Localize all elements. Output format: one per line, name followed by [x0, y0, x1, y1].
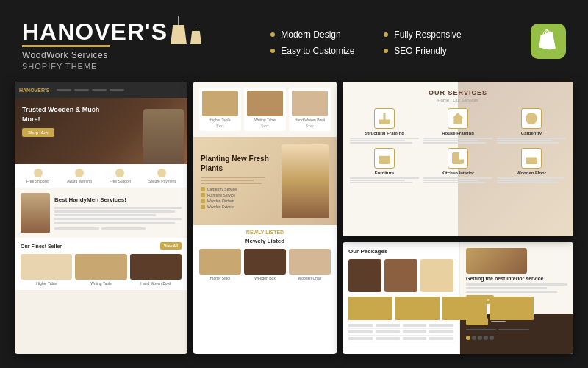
nav-link: [92, 89, 107, 91]
s1-products-section: Our Finest Seller View All Higher Table …: [15, 238, 187, 290]
dot-inactive: [472, 336, 476, 340]
screen-preview-3[interactable]: OUR SERVICES Home / Our Services Structu…: [343, 82, 573, 236]
table-row: [348, 329, 453, 336]
package-image-1: [348, 259, 381, 292]
award-icon: [75, 169, 84, 177]
product-thumbnail: [292, 91, 328, 116]
furniture-icon: [374, 148, 395, 169]
s2-product-card: Higher Table $xxx: [199, 88, 241, 131]
s2-newly-section: NEWLY LISTED Newely Listed Higher Stool …: [193, 225, 337, 285]
s4-packages-title: Our Packages: [348, 248, 453, 255]
s4-pricing-table: [348, 295, 453, 342]
s1-product-1: Higher Table: [21, 254, 72, 286]
nav-link: [57, 89, 71, 91]
s2-carpenter-image: [282, 144, 329, 218]
features-section: Modern Design Easy to Customize Fully Re…: [201, 16, 531, 56]
features-col-2: Fully Responsive SEO Friendly: [384, 29, 461, 56]
s1-products-title: Our Finest Seller View All: [21, 242, 182, 250]
checkbox-furniture: Furniture Service: [201, 193, 282, 197]
checkbox-exterior: Wooden Exterior: [201, 205, 282, 209]
feature-seo-friendly: SEO Friendly: [384, 46, 461, 56]
s2-product-card: Writing Table $xxx: [244, 88, 286, 131]
s3-services-title: OUR SERVICES: [350, 89, 566, 96]
feature-easy-customize: Easy to Customize: [270, 46, 354, 56]
feature-modern-design: Modern Design: [270, 29, 354, 40]
s2-hero-desc-lines: [201, 177, 282, 184]
support-icon: [115, 169, 124, 177]
s3-services-grid: Structural Framing House Framing: [350, 108, 566, 183]
brand-section: HANOVER'S WoodWork Services SHOPIFY THEM…: [22, 16, 201, 71]
s4-interior-title: Getting the best interior service.: [466, 276, 567, 281]
s1-hero-person-image: [143, 109, 184, 164]
s1-section-title: Best HandyMen Services!: [54, 197, 182, 204]
s1-text-lines: [54, 207, 182, 230]
right-screens: OUR SERVICES Home / Our Services Structu…: [343, 82, 573, 354]
s2-new-product-1: Higher Stool: [199, 249, 241, 280]
brand-title: HANOVER'S: [22, 20, 168, 43]
s4-desc-lines: [466, 283, 567, 293]
s3-breadcrumb: Home / Our Services: [350, 98, 566, 102]
badge-payment: Secure Payment: [148, 169, 176, 183]
checkbox-icon: [201, 187, 205, 191]
checkbox-icon: [201, 199, 205, 203]
s1-products-row: Higher Table Writing Table Hand Woven Bo…: [21, 254, 182, 286]
new-product-thumbnail: [244, 249, 286, 275]
table-row: [348, 322, 453, 329]
screen-preview-2[interactable]: Higher Table $xxx Writing Table $xxx Han…: [193, 82, 337, 354]
checkbox-carpentry: Carpentry Service: [201, 187, 282, 191]
s3-service-house-framing: House Framing: [423, 108, 492, 144]
bullet-icon: [270, 49, 275, 53]
s1-badges: Free Shipping Award Winning Free Support…: [15, 164, 187, 188]
screen-preview-4[interactable]: Our Packages: [343, 242, 573, 354]
s1-nav-links: [57, 89, 124, 91]
screen-preview-1[interactable]: HANOVER'S Trusted Wooden & Much More! Sh…: [15, 82, 187, 354]
s3-service-wooden-floor: Wooden Floor: [497, 148, 566, 183]
checkbox-icon: [201, 205, 205, 209]
s2-hero-title: Planting New Fresh Plants: [201, 154, 282, 173]
s1-content-row: Best HandyMen Services!: [21, 193, 182, 233]
bullet-icon: [270, 32, 275, 37]
package-image-2: [384, 259, 417, 292]
carpentry-icon: [521, 108, 542, 129]
s4-packages-left: Our Packages: [343, 242, 460, 354]
s3-service-carpentry: Carpentry: [497, 108, 566, 144]
product-image: [130, 254, 182, 280]
lamp-decorations: [171, 16, 201, 44]
badge-free-shipping: Free Shipping: [26, 169, 49, 183]
s3-service-structural-framing: Structural Framing: [350, 108, 419, 144]
badge-award: Award Winning: [67, 169, 92, 183]
table-row: [348, 336, 453, 342]
house-framing-icon: [448, 108, 468, 129]
s1-handymen-image: [21, 193, 50, 233]
dot-inactive: [484, 336, 488, 340]
s1-product-2: Writing Table: [75, 254, 126, 286]
bullet-icon: [384, 49, 388, 53]
nav-link: [74, 89, 89, 91]
s4-packages-images: [348, 259, 453, 292]
checkbox-kitchen: Wooden Kitchen: [201, 199, 282, 203]
screens-container: HANOVER'S Trusted Wooden & Much More! Sh…: [0, 78, 588, 365]
product-thumbnail: [202, 91, 238, 116]
s1-hero-section: Trusted Wooden & Much More! Shop Now: [15, 98, 187, 164]
nav-link: [110, 89, 124, 91]
s1-hero-text: Trusted Wooden & Much More!: [22, 105, 110, 124]
dot-inactive: [490, 336, 494, 340]
theme-label: SHOPIFY THEME: [22, 62, 201, 71]
s2-new-product-2: Wooden Box: [244, 249, 286, 280]
s3-services-content: OUR SERVICES Home / Our Services Structu…: [343, 82, 573, 191]
kitchen-interior-icon: [448, 148, 468, 169]
s2-product-card: Hand Woven Bowl $xxx: [289, 88, 331, 131]
feature-fully-responsive: Fully Responsive: [384, 29, 461, 40]
table-header-row: [348, 295, 453, 322]
product-thumbnail: [247, 91, 283, 116]
s1-view-all-btn: View All: [160, 242, 182, 250]
package-image-3: [420, 259, 453, 292]
s1-nav-logo: HANOVER'S: [19, 88, 49, 93]
page-header: HANOVER'S WoodWork Services SHOPIFY THEM…: [0, 0, 588, 78]
wooden-floor-icon: [521, 148, 542, 169]
payment-icon: [157, 169, 166, 177]
product-image: [75, 254, 126, 280]
shipping-icon: [34, 169, 43, 177]
product-image: [21, 254, 72, 280]
new-product-thumbnail: [289, 249, 331, 275]
